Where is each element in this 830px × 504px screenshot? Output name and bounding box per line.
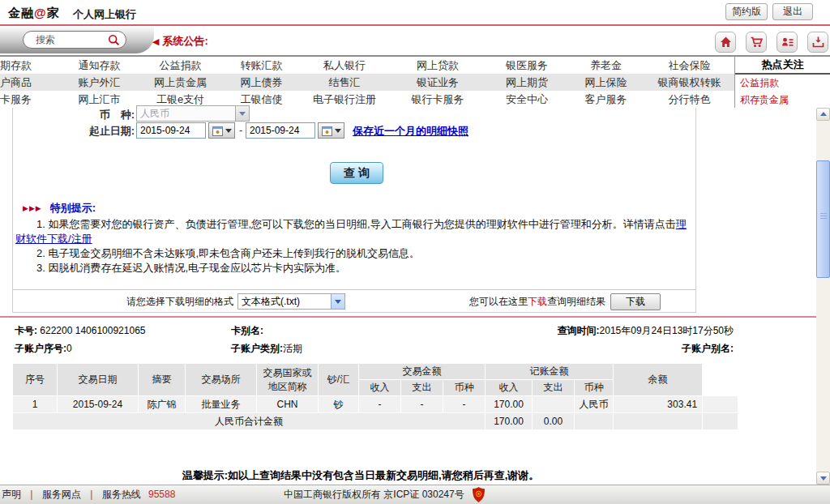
contacts-icon — [781, 36, 794, 49]
tip-text: 1. 如果您需要对您的银行资产、负债进行管理,您可以下载您的当日明细,导入工商银… — [36, 218, 676, 230]
col-date: 交易日期 — [58, 364, 139, 396]
tip-item: 1. 如果您需要对您的银行资产、负债进行管理,您可以下载您的当日明细,导入工商银… — [15, 217, 687, 246]
home-button[interactable] — [715, 32, 736, 53]
date-to-input[interactable] — [246, 122, 315, 139]
nav-item[interactable]: 网上贷款 — [389, 58, 486, 73]
tip-item: 3. 因脱机消费存在延迟入账情况,电子现金应以芯片卡内实际为准。 — [15, 261, 687, 275]
nav-item[interactable]: 结售汇 — [300, 75, 389, 90]
nav-item[interactable]: 安全中心 — [486, 92, 567, 107]
nav-item[interactable]: 账户外汇 — [61, 75, 138, 90]
cell-country: CHN — [257, 396, 319, 413]
nav-item[interactable]: 转账汇款 — [223, 58, 300, 73]
sub-account-serial: 子账户序号:0 — [15, 340, 72, 357]
cell-txn-income: - — [359, 396, 401, 413]
sub-account-alias-label: 子账户别名: — [682, 340, 734, 357]
cell-date: 2015-09-24 — [58, 396, 139, 413]
sub-serial-label: 子账户序号: — [15, 343, 66, 354]
chevron-down-icon — [225, 129, 232, 133]
query-time-label: 查询时间: — [558, 325, 600, 336]
date-from-input[interactable] — [136, 122, 206, 139]
sub-serial-value: 0 — [66, 343, 72, 354]
download-button[interactable]: 下载 — [610, 293, 661, 310]
hotline-number: 95588 — [148, 489, 175, 500]
page: 金融@家 个人网上银行 简约版 退出 搜索 ◀系统公告: — [0, 0, 830, 504]
nav-item[interactable]: 网上期货 — [486, 75, 567, 90]
nav-item[interactable]: 分行特色 — [644, 92, 734, 107]
statement-link[interactable]: 声明 — [2, 489, 21, 500]
cell-summary: 陈广锦 — [139, 396, 186, 413]
nav-item[interactable]: 养老金 — [567, 58, 644, 73]
nav-item[interactable]: 网上债券 — [223, 75, 300, 90]
scroll-down-button[interactable] — [816, 472, 830, 485]
col-summary: 摘要 — [139, 364, 186, 396]
nav-row-1: 期存款 通知存款 公益捐款 转账汇款 私人银行 网上贷款 银医服务 养老金 社会… — [0, 57, 734, 74]
search-tab: 搜索 — [0, 26, 154, 53]
col-txn-income: 收入 — [359, 380, 401, 396]
nav-item[interactable]: 电子银行注册 — [300, 92, 389, 107]
scrollbar-thumb[interactable] — [816, 160, 830, 278]
vertical-scrollbar[interactable] — [816, 108, 830, 485]
table-total-row: 人民币合计金额 170.00 0.00 — [13, 413, 738, 430]
calendar-icon — [212, 126, 223, 136]
branches-link[interactable]: 服务网点 — [42, 489, 81, 500]
nav-item[interactable]: 期存款 — [0, 58, 61, 73]
col-group-booking-amount: 记账金额 — [486, 364, 614, 380]
total-book-income: 170.00 — [486, 413, 533, 430]
nav-item[interactable]: 私人银行 — [300, 58, 389, 73]
notice-text: 温馨提示:如以上查询结果中没有包含当日最新交易明细,请您稍后再查,谢谢。 — [0, 468, 721, 483]
inbox-button[interactable] — [807, 32, 828, 53]
nav-item[interactable]: 户商品 — [0, 75, 61, 90]
cell-txn-expense: - — [401, 396, 443, 413]
logout-button[interactable]: 退出 — [772, 3, 813, 20]
date-from-calendar-button[interactable] — [208, 122, 235, 139]
announcement-icon: ◀ — [152, 36, 159, 46]
cell-txn-currency: - — [443, 396, 486, 413]
col-txn-currency: 币种 — [443, 380, 486, 396]
nav-item[interactable]: 银行卡服务 — [389, 92, 486, 107]
nav-item[interactable]: 网上贵金属 — [138, 75, 223, 90]
nav-item[interactable]: 银医服务 — [486, 58, 567, 73]
footer-links: 声明 | 服务网点 | 服务热线 95588 — [2, 485, 175, 504]
cell-ghost — [703, 396, 738, 413]
search-placeholder: 搜索 — [36, 33, 55, 47]
date-to-calendar-button[interactable] — [318, 122, 344, 139]
col-txn-expense: 支出 — [401, 380, 443, 396]
search-input[interactable]: 搜索 — [23, 31, 126, 49]
nav-item[interactable]: 工银信使 — [223, 92, 300, 107]
nav-item[interactable]: 通知存款 — [61, 58, 138, 73]
nav-item[interactable]: 网上保险 — [567, 75, 644, 90]
simple-version-button[interactable]: 简约版 — [725, 3, 768, 20]
nav-item[interactable]: 公益捐款 — [138, 58, 223, 73]
col-group-transaction-amount: 交易金额 — [359, 364, 486, 380]
download-format-select[interactable]: 文本格式(.txt) — [237, 293, 345, 310]
search-icon[interactable] — [108, 34, 120, 46]
nav-item[interactable]: 工银e支付 — [138, 92, 223, 107]
announcement-label: 系统公告: — [162, 35, 208, 47]
nav-item[interactable]: 卡服务 — [0, 92, 61, 107]
total-label: 人民币合计金额 — [13, 413, 486, 430]
hint-download-word: 下载 — [528, 296, 547, 307]
cart-button[interactable] — [746, 32, 767, 53]
contacts-button[interactable] — [777, 32, 798, 53]
top-bar: 金融@家 个人网上银行 简约版 退出 — [0, 0, 830, 26]
brand-post: 家 — [47, 6, 60, 19]
nav-item[interactable]: 银商银权转账 — [644, 75, 734, 90]
scroll-up-button[interactable] — [816, 108, 830, 121]
currency-label: 币 种: — [58, 108, 135, 122]
cart-icon — [750, 36, 764, 49]
total-book-expense: 0.00 — [533, 413, 575, 430]
nav-item[interactable]: 网上汇市 — [61, 92, 138, 107]
hot-item[interactable]: 公益捐款 — [735, 75, 830, 92]
nav-item[interactable]: 银证业务 — [389, 75, 486, 90]
currency-select[interactable]: 人民币 — [136, 105, 250, 122]
nav-item[interactable]: 客户服务 — [567, 92, 644, 107]
nav-item[interactable]: 社会保险 — [644, 58, 734, 73]
cell-balance: 303.41 — [614, 396, 703, 413]
snapshot-link[interactable]: 保存近一个月的明细快照 — [353, 124, 468, 139]
hot-item[interactable]: 积存贵金属 — [735, 92, 830, 109]
query-button[interactable]: 查 询 — [330, 162, 383, 184]
download-format-value: 文本格式(.txt) — [238, 295, 331, 309]
sub-header: 搜索 ◀系统公告: — [0, 26, 830, 55]
query-time-value: 2015年09月24日13时17分50秒 — [600, 325, 734, 336]
cell-book-income: 170.00 — [486, 396, 533, 413]
